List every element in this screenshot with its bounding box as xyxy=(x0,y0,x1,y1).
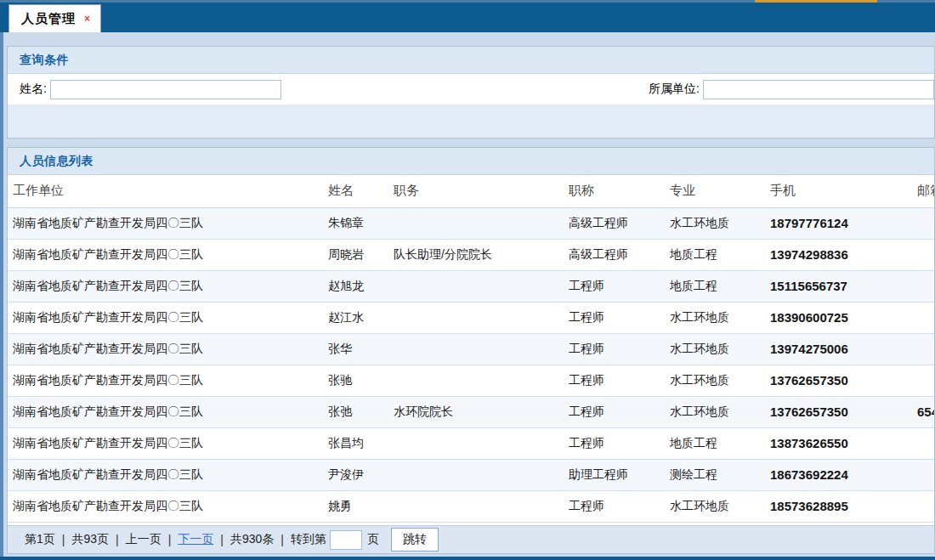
table-cell: 18573628895 xyxy=(765,490,912,522)
goto-prefix-label: 转到第 xyxy=(291,532,326,547)
table-cell: 湖南省地质矿产勘查开发局四〇三队 xyxy=(8,459,323,490)
table-body: 湖南省地质矿产勘查开发局四〇三队朱锦章高级工程师水工环地质18797776124… xyxy=(8,207,934,522)
table-cell: 张昌均 xyxy=(323,427,388,459)
table-cell: 湖南省地质矿产勘查开发局四〇三队 xyxy=(8,365,323,396)
table-wrap: 工作单位姓名职务职称专业手机邮箱 湖南省地质矿产勘查开发局四〇三队朱锦章高级工程… xyxy=(8,175,934,523)
list-panel-title: 人员信息列表 xyxy=(20,154,94,169)
table-cell: 水工环地质 xyxy=(665,396,765,427)
separator: | xyxy=(168,533,172,546)
query-form-row: 姓名: 所属单位: xyxy=(8,74,934,105)
query-panel-title: 查询条件 xyxy=(20,53,69,68)
table-cell xyxy=(388,490,564,522)
unit-field-label: 所属单位: xyxy=(649,82,700,97)
goto-page-input[interactable] xyxy=(330,530,362,550)
table-cell: 工程师 xyxy=(564,396,665,427)
left-frame-strip xyxy=(0,32,3,560)
prev-page-button[interactable]: 上一页 xyxy=(126,532,162,547)
table-cell: 赵旭龙 xyxy=(323,270,388,302)
table-cell: 水工环地质 xyxy=(665,207,765,239)
table-cell: 高级工程师 xyxy=(564,207,665,239)
table-cell: 工程师 xyxy=(564,302,665,333)
bottom-frame-strip xyxy=(0,557,935,560)
table-cell xyxy=(912,427,934,459)
table-cell: 测绘工程 xyxy=(665,459,765,490)
table-cell xyxy=(388,207,564,239)
table-cell: 水工环地质 xyxy=(665,333,765,365)
table-cell: 尹浚伊 xyxy=(323,459,388,490)
table-cell: 高级工程师 xyxy=(564,239,665,270)
table-cell: 水工环地质 xyxy=(665,365,765,396)
name-field-label: 姓名: xyxy=(20,82,47,97)
table-row[interactable]: 湖南省地质矿产勘查开发局四〇三队周晓岩队长助理/分院院长高级工程师地质工程139… xyxy=(8,239,934,270)
table-cell: 13974275006 xyxy=(765,333,912,365)
table-cell xyxy=(912,333,934,365)
table-cell: 湖南省地质矿产勘查开发局四〇三队 xyxy=(8,427,323,459)
jump-button[interactable]: 跳转 xyxy=(391,528,439,552)
name-input[interactable] xyxy=(50,80,281,99)
table-cell xyxy=(912,207,934,239)
personnel-table: 工作单位姓名职务职称专业手机邮箱 湖南省地质矿产勘查开发局四〇三队朱锦章高级工程… xyxy=(8,175,934,523)
table-cell: 朱锦章 xyxy=(323,207,388,239)
column-header: 手机 xyxy=(765,175,912,207)
table-cell: 工程师 xyxy=(564,365,665,396)
table-cell xyxy=(912,365,934,396)
unit-field-group: 所属单位: xyxy=(649,80,934,99)
top-window-bar: 人员管理 × xyxy=(0,0,935,32)
table-cell xyxy=(912,490,934,522)
column-header: 工作单位 xyxy=(8,175,323,207)
table-cell: 湖南省地质矿产勘查开发局四〇三队 xyxy=(8,490,323,522)
table-cell: 18390600725 xyxy=(765,302,912,333)
table-row[interactable]: 湖南省地质矿产勘查开发局四〇三队姚勇工程师水工环地质18573628895 xyxy=(8,490,934,522)
table-row[interactable]: 湖南省地质矿产勘查开发局四〇三队张驰工程师水工环地质13762657350 xyxy=(8,365,934,396)
table-cell: 13873626550 xyxy=(765,427,912,459)
table-cell: 张弛 xyxy=(323,396,388,427)
table-cell: 湖南省地质矿产勘查开发局四〇三队 xyxy=(8,270,323,302)
column-header: 职务 xyxy=(388,175,564,207)
table-cell xyxy=(912,270,934,302)
table-row[interactable]: 湖南省地质矿产勘查开发局四〇三队张昌均工程师地质工程13873626550 xyxy=(8,427,934,459)
column-header: 职称 xyxy=(564,175,665,207)
table-cell: 地质工程 xyxy=(665,427,765,459)
tab-personnel-management[interactable]: 人员管理 × xyxy=(8,4,101,32)
close-icon[interactable]: × xyxy=(82,12,92,25)
table-cell: 湖南省地质矿产勘查开发局四〇三队 xyxy=(8,239,323,270)
column-header: 邮箱 xyxy=(912,175,934,207)
table-cell: 助理工程师 xyxy=(564,459,665,490)
table-cell: 湖南省地质矿产勘查开发局四〇三队 xyxy=(8,207,323,239)
table-row[interactable]: 湖南省地质矿产勘查开发局四〇三队尹浚伊助理工程师测绘工程18673692224 xyxy=(8,459,934,490)
table-cell: 15115656737 xyxy=(765,270,912,302)
table-row[interactable]: 湖南省地质矿产勘查开发局四〇三队赵江水工程师水工环地质18390600725 xyxy=(8,302,934,333)
personnel-list-panel: 人员信息列表 工作单位姓名职务职称专业手机邮箱 湖南省地质矿产勘查开发局四〇三队… xyxy=(7,147,935,554)
table-row[interactable]: 湖南省地质矿产勘查开发局四〇三队张华工程师水工环地质13974275006 xyxy=(8,333,934,365)
table-row[interactable]: 湖南省地质矿产勘查开发局四〇三队张弛水环院院长工程师水工环地质137626573… xyxy=(8,396,934,427)
table-cell: 湖南省地质矿产勘查开发局四〇三队 xyxy=(8,396,323,427)
table-cell: 周晓岩 xyxy=(323,239,388,270)
table-cell: 水工环地质 xyxy=(665,302,765,333)
query-conditions-panel: 查询条件 姓名: 所属单位: xyxy=(7,46,935,139)
list-panel-header: 人员信息列表 xyxy=(8,148,934,175)
table-row[interactable]: 湖南省地质矿产勘查开发局四〇三队朱锦章高级工程师水工环地质18797776124 xyxy=(8,207,934,239)
table-cell: 工程师 xyxy=(564,427,665,459)
table-cell: 地质工程 xyxy=(665,239,765,270)
separator: | xyxy=(116,533,119,546)
table-cell: 13762657350 xyxy=(765,365,912,396)
tab-label: 人员管理 xyxy=(21,11,76,27)
table-cell xyxy=(912,459,934,490)
table-cell xyxy=(388,365,564,396)
next-page-link[interactable]: 下一页 xyxy=(178,532,213,547)
table-row[interactable]: 湖南省地质矿产勘查开发局四〇三队赵旭龙工程师地质工程15115656737 xyxy=(8,270,934,302)
table-cell xyxy=(912,302,934,333)
total-records: 共930条 xyxy=(230,532,274,547)
table-cell xyxy=(388,459,564,490)
table-cell: 湖南省地质矿产勘查开发局四〇三队 xyxy=(8,302,323,333)
table-cell: 队长助理/分院院长 xyxy=(388,239,564,270)
table-cell: 水环院院长 xyxy=(388,396,564,427)
table-header-row: 工作单位姓名职务职称专业手机邮箱 xyxy=(8,175,934,207)
table-cell: 18797776124 xyxy=(765,207,912,239)
query-panel-footer xyxy=(8,105,934,138)
table-cell: 张华 xyxy=(323,333,388,365)
table-cell: 湖南省地质矿产勘查开发局四〇三队 xyxy=(8,333,323,365)
table-cell xyxy=(388,427,564,459)
top-accent-line xyxy=(755,0,877,3)
unit-input[interactable] xyxy=(703,80,934,99)
